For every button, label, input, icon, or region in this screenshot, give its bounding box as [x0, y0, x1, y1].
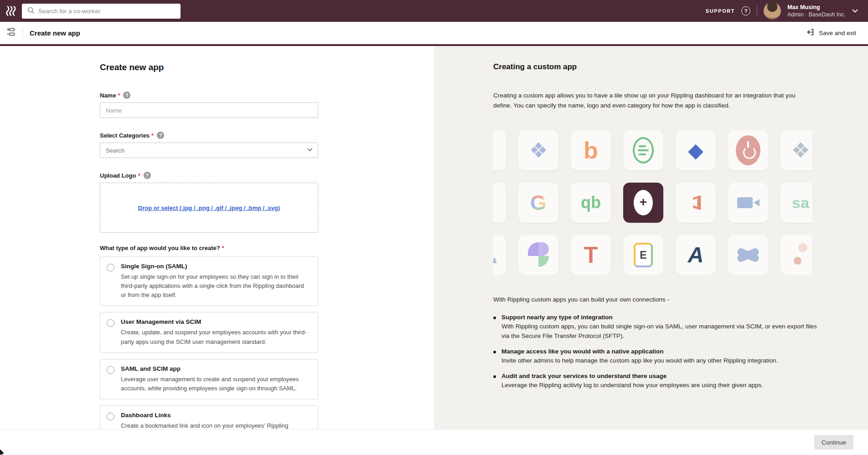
custom-app-icon: + [634, 190, 653, 215]
app-videocam-tile [728, 183, 768, 223]
app-google-icon: G [530, 192, 547, 213]
search-input[interactable] [38, 8, 176, 15]
top-bar: SUPPORT ? Max Musing Admin · BaseDash In… [0, 0, 868, 22]
user-avatar[interactable] [764, 2, 781, 20]
logo-dropzone[interactable]: Drop or select (.jpg / .png / .gif / .jp… [100, 183, 318, 233]
app-type-question: What type of app would you like to creat… [100, 245, 220, 251]
app-icon-grid: 1❖b◆❖roGqb+sa☁TEA [493, 130, 812, 275]
app-a-tile: A [676, 235, 716, 275]
app-sa-icon: sa [792, 195, 809, 210]
app-x-icon [737, 245, 760, 266]
option-title: SAML and SCIM app [121, 365, 310, 372]
option-title: User Management via SCIM [121, 318, 310, 325]
option-description: Leverage user management to create and s… [121, 375, 310, 393]
name-field-group: Name * ? [100, 92, 318, 118]
option-description: Create, update, and suspend your employe… [121, 328, 310, 346]
app-videocam-icon [737, 197, 753, 208]
radio-button[interactable] [107, 366, 114, 374]
option-saml-and-scim[interactable]: SAML and SCIM app Leverage user manageme… [100, 359, 318, 399]
header-divider [22, 27, 23, 38]
categories-select[interactable] [100, 143, 318, 158]
select-chevron-icon [307, 148, 313, 152]
categories-help-icon[interactable]: ? [157, 132, 164, 139]
bullet-audit-track: Audit and track your services to underst… [493, 373, 817, 390]
app-dots-tile [780, 235, 812, 275]
app-power-tile [728, 130, 768, 170]
app-petals-tile [518, 235, 558, 275]
chevron-down-icon[interactable] [852, 7, 858, 15]
user-name: Max Musing [787, 4, 846, 11]
mouse-cursor [0, 448, 7, 455]
user-role: Admin · BaseDash Inc. [787, 11, 846, 18]
custom-app-tile: + [623, 183, 663, 223]
support-link[interactable]: SUPPORT [706, 8, 735, 14]
option-title: Single Sign-on (SAML) [121, 263, 310, 270]
logo-upload-link[interactable]: Drop or select (.jpg / .png / .gif / .jp… [138, 204, 280, 211]
rippling-logo[interactable] [5, 5, 17, 17]
app-b-tile: b [571, 130, 611, 170]
save-and-exit-button[interactable]: Save and exit [806, 28, 856, 38]
name-input[interactable] [100, 102, 318, 118]
radio-button[interactable] [107, 413, 114, 420]
app-cloud-tile: ☁ [493, 235, 506, 275]
save-and-exit-label: Save and exit [819, 30, 856, 36]
option-description: Set up single sign-on for your employees… [121, 272, 310, 300]
app-qb-tile: qb [571, 183, 611, 223]
form-heading: Create new app [100, 62, 318, 72]
option-title: Dashboard Links [121, 412, 310, 419]
page-header: Create new app Save and exit [0, 22, 868, 44]
create-app-list-icon[interactable] [6, 27, 16, 39]
app-t-tile: T [571, 235, 611, 275]
app-penta-tile: ❖ [518, 130, 558, 170]
bullet-integration: Support nearly any type of integration W… [493, 314, 817, 341]
app-diamonds-tile: ❖ [780, 130, 812, 170]
app-lines-oval-tile [623, 130, 663, 170]
radio-button[interactable] [107, 319, 114, 327]
wizard-footer: Continue [0, 429, 868, 455]
bullet-icon [493, 317, 496, 319]
app-google-tile: G [518, 183, 558, 223]
app-ro-icon: ro [493, 195, 494, 210]
bullet-manage-access: Manage access like you would with a nati… [493, 348, 817, 366]
create-app-form-panel: Create new app Name * ? Select Categorie… [0, 46, 434, 429]
app-penta-icon: ❖ [529, 140, 548, 161]
categories-label: Select Categories [100, 132, 150, 139]
app-ro-tile: ro [493, 183, 506, 223]
connections-line: With Rippling custom apps you can build … [493, 296, 868, 303]
required-asterisk: * [222, 245, 224, 251]
bullet-body: Leverage the Rippling acitivty log to un… [501, 381, 763, 390]
info-intro: Creating a custom app allows you to have… [493, 91, 802, 110]
option-single-sign-on-saml[interactable]: Single Sign-on (SAML) Set up single sign… [100, 256, 318, 306]
app-office-icon [688, 193, 703, 212]
option-user-management-scim[interactable]: User Management via SCIM Create, update,… [100, 312, 318, 353]
coworker-search[interactable] [22, 4, 181, 19]
bullet-body: Invite other admins to help manage the c… [501, 356, 778, 366]
logo-help-icon[interactable]: ? [144, 172, 151, 179]
option-description: Create a bookmarked link and icon on you… [121, 421, 310, 429]
topbar-divider [757, 5, 757, 16]
bullet-icon [493, 375, 496, 378]
app-b-icon: b [584, 138, 598, 162]
app-petals-icon [528, 242, 549, 268]
required-asterisk: * [151, 132, 154, 139]
app-diamond-tile: ◆ [676, 130, 716, 170]
app-t-icon: T [584, 244, 598, 266]
app-x-tile [728, 235, 768, 275]
app-one-tile: 1 [493, 130, 506, 170]
app-dots-icon [794, 242, 807, 268]
app-qb-icon: qb [581, 194, 601, 211]
bullet-title: Audit and track your services to underst… [501, 373, 763, 379]
app-office-tile [676, 183, 716, 223]
account-menu[interactable]: Max Musing Admin · BaseDash Inc. [787, 4, 846, 19]
app-lines-oval-icon [633, 137, 654, 164]
info-heading: Creating a custom app [493, 62, 868, 72]
continue-button[interactable]: Continue [814, 435, 853, 450]
option-dashboard-links[interactable]: Dashboard Links Create a bookmarked link… [100, 405, 318, 429]
radio-button[interactable] [107, 264, 114, 271]
app-diamonds-icon: ❖ [791, 140, 810, 161]
support-help-icon[interactable]: ? [741, 6, 750, 15]
categories-field-group: Select Categories * ? [100, 132, 318, 158]
name-label: Name [100, 92, 116, 99]
bullet-title: Manage access like you would with a nati… [501, 348, 778, 355]
name-help-icon[interactable]: ? [123, 92, 130, 99]
